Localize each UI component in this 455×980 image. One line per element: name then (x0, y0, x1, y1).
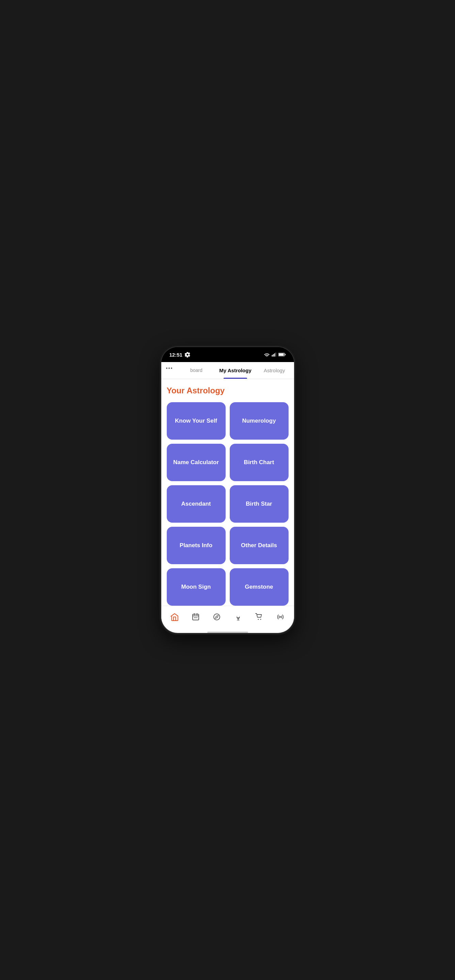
svg-rect-8 (194, 617, 195, 618)
page-title: Your Astrology (167, 386, 289, 395)
gemstone-button[interactable]: Gemstone (230, 568, 289, 606)
nav-home[interactable] (166, 608, 183, 626)
svg-point-15 (260, 619, 261, 620)
svg-rect-3 (275, 353, 276, 356)
content-area: Your Astrology Know Your Self Numerology… (161, 379, 294, 606)
nav-broadcast[interactable] (272, 608, 289, 626)
nav-cart[interactable] (250, 608, 268, 626)
nav-fire[interactable] (229, 608, 247, 626)
battery-icon (278, 353, 286, 356)
status-icons (264, 352, 286, 357)
cart-icon (255, 612, 264, 621)
wifi-icon (264, 353, 269, 356)
ascendant-button[interactable]: Ascendant (167, 485, 226, 523)
settings-icon (185, 352, 191, 358)
tab-bar: board My Astrology Astrology (161, 362, 294, 379)
home-icon (170, 612, 179, 621)
broadcast-icon (276, 612, 285, 621)
planets-info-button[interactable]: Planets Info (167, 527, 226, 564)
svg-rect-7 (192, 614, 199, 620)
time-display: 12:51 (169, 352, 182, 358)
svg-rect-2 (274, 353, 275, 356)
tab-board[interactable]: board (177, 362, 216, 379)
birth-chart-button[interactable]: Birth Chart (230, 444, 289, 481)
calendar-icon (191, 612, 200, 621)
svg-rect-6 (285, 354, 285, 355)
svg-rect-0 (272, 355, 272, 356)
name-calculator-button[interactable]: Name Calculator (167, 444, 226, 481)
nav-compass[interactable] (208, 608, 226, 626)
more-tab[interactable] (161, 362, 177, 379)
svg-point-12 (216, 617, 217, 617)
svg-point-14 (258, 619, 259, 620)
svg-point-13 (237, 620, 240, 620)
other-details-button[interactable]: Other Details (230, 527, 289, 564)
screen: board My Astrology Astrology Your Astrol… (161, 362, 294, 633)
signal-icon (272, 352, 276, 357)
notch (207, 350, 248, 360)
svg-rect-9 (195, 617, 196, 618)
bottom-wrapper (161, 606, 294, 633)
home-indicator (207, 632, 248, 633)
compass-icon (212, 612, 221, 621)
astrology-grid: Know Your Self Numerology Name Calculato… (167, 402, 289, 606)
svg-point-16 (280, 616, 281, 617)
fire-icon (234, 612, 243, 621)
bottom-nav (161, 606, 294, 630)
birth-star-button[interactable]: Birth Star (230, 485, 289, 523)
phone-frame: 12:51 (161, 347, 294, 633)
svg-rect-5 (279, 353, 284, 356)
moon-sign-button[interactable]: Moon Sign (167, 568, 226, 606)
tab-my-astrology[interactable]: My Astrology (216, 362, 255, 379)
nav-calendar[interactable] (187, 608, 205, 626)
tab-astrology[interactable]: Astrology (255, 362, 294, 379)
know-your-self-button[interactable]: Know Your Self (167, 402, 226, 440)
svg-rect-10 (196, 617, 197, 618)
title-highlight: Astrology (186, 386, 224, 395)
status-time: 12:51 (169, 352, 191, 358)
numerology-button[interactable]: Numerology (230, 402, 289, 440)
svg-rect-1 (273, 354, 274, 356)
